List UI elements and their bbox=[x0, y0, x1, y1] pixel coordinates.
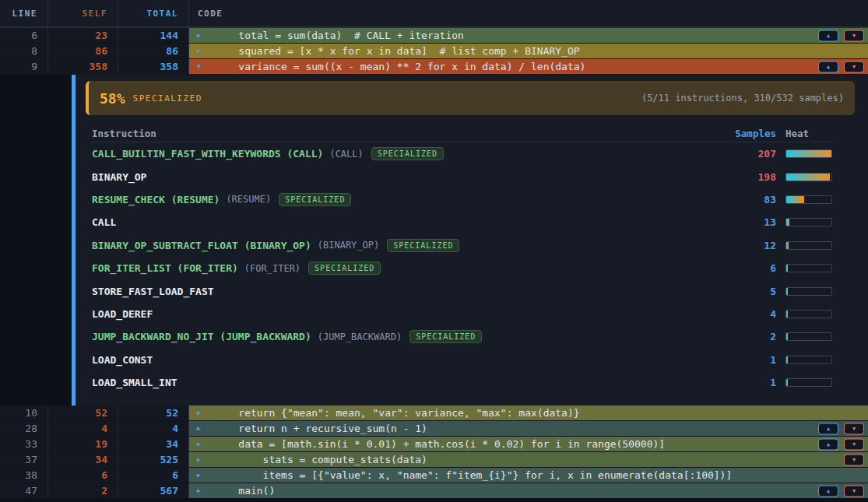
expand-arrow-icon[interactable]: ▶ bbox=[197, 456, 206, 463]
code-line-row[interactable]: 3734525▶ stats = compute_stats(data)▼ bbox=[0, 452, 868, 468]
heat-bar-fill bbox=[786, 196, 804, 203]
specialized-badge: SPECIALIZED bbox=[371, 147, 444, 160]
instruction-table-header: Instruction Samples Heat bbox=[92, 125, 832, 142]
instruction-samples: 6 bbox=[722, 262, 776, 274]
self-samples: 34 bbox=[48, 452, 118, 467]
specialized-label: SPECIALIZED bbox=[133, 93, 202, 104]
code-line-row[interactable]: 105252▶ return {"mean": mean, "var": var… bbox=[0, 405, 868, 421]
heat-bar-fill bbox=[786, 356, 788, 363]
code-line-row[interactable]: 331934▶ data = [math.sin(i * 0.01) + mat… bbox=[0, 437, 868, 452]
move-down-button[interactable]: ▼ bbox=[844, 61, 864, 72]
expand-arrow-icon[interactable]: ▶ bbox=[197, 472, 206, 479]
expand-arrow-icon[interactable]: ▶ bbox=[197, 47, 206, 54]
move-down-button[interactable]: ▼ bbox=[844, 438, 864, 450]
total-samples: 34 bbox=[118, 437, 189, 451]
self-samples: 358 bbox=[48, 59, 118, 74]
instruction-name: LOAD_SMALL_INT bbox=[92, 377, 177, 388]
heat-cell bbox=[776, 287, 832, 296]
code-line-row[interactable]: 3866▶ items = [{"value": x, "name": f"it… bbox=[0, 468, 868, 483]
code-rows-bottom: 105252▶ return {"mean": mean, "var": var… bbox=[0, 405, 868, 499]
line-number: 37 bbox=[0, 452, 48, 467]
code-cell[interactable]: ▶ return n + recursive_sum(n - 1)▲▼ bbox=[189, 421, 868, 436]
column-header-line: LINE bbox=[0, 0, 48, 26]
code-cell[interactable]: ▶ data = [math.sin(i * 0.01) + math.cos(… bbox=[189, 437, 868, 451]
code-cell[interactable]: ▶ items = [{"value": x, "name": f"item_{… bbox=[189, 468, 868, 483]
collapse-arrow-icon[interactable]: ▼ bbox=[197, 63, 206, 70]
instruction-name: STORE_FAST_LOAD_FAST bbox=[92, 286, 214, 297]
move-up-button[interactable]: ▲ bbox=[818, 438, 838, 450]
heat-bar-fill bbox=[786, 288, 788, 295]
expand-arrow-icon[interactable]: ▶ bbox=[197, 32, 206, 39]
line-number: 33 bbox=[0, 437, 48, 451]
move-down-button[interactable]: ▼ bbox=[844, 454, 864, 465]
expand-arrow-icon[interactable]: ▶ bbox=[197, 487, 206, 494]
instruction-samples: 4 bbox=[722, 308, 776, 320]
heat-bar bbox=[785, 241, 832, 250]
move-up-button[interactable]: ▲ bbox=[818, 61, 838, 72]
heat-cell bbox=[776, 264, 832, 272]
heat-cell bbox=[776, 218, 832, 226]
total-samples: 86 bbox=[118, 44, 189, 58]
code-line-row[interactable]: 88686▶ squared = [x * x for x in data] #… bbox=[0, 44, 868, 59]
instruction-row: FOR_ITER_LIST (FOR_ITER)(FOR_ITER)SPECIA… bbox=[92, 257, 832, 279]
code-text: items = [{"value": x, "name": f"item_{i}… bbox=[214, 469, 732, 481]
total-samples: 52 bbox=[118, 405, 189, 420]
row-reorder-buttons: ▲▼ bbox=[818, 61, 864, 72]
move-down-button[interactable]: ▼ bbox=[844, 30, 864, 41]
code-cell[interactable]: ▶ total = sum(data) # CALL + iteration▲▼ bbox=[189, 28, 868, 43]
specialized-badge: SPECIALIZED bbox=[308, 262, 381, 275]
total-samples: 525 bbox=[118, 452, 189, 467]
heat-cell bbox=[776, 241, 832, 250]
heat-cell bbox=[776, 195, 832, 204]
code-rows-top: 623144▶ total = sum(data) # CALL + itera… bbox=[0, 28, 868, 75]
heat-bar bbox=[785, 356, 832, 364]
heat-bar bbox=[785, 378, 832, 387]
instruction-family: (BINARY_OP) bbox=[318, 240, 379, 251]
move-down-button[interactable]: ▼ bbox=[844, 485, 864, 497]
column-header-code: CODE bbox=[189, 0, 868, 26]
heat-bar-fill bbox=[786, 333, 788, 340]
column-header-self: SELF bbox=[48, 0, 118, 26]
instruction-samples: 5 bbox=[722, 286, 776, 297]
move-down-button[interactable]: ▼ bbox=[844, 423, 864, 434]
instruction-rows: CALL_BUILTIN_FAST_WITH_KEYWORDS (CALL)(C… bbox=[92, 142, 832, 394]
heat-cell bbox=[776, 332, 832, 341]
column-header-instruction: Instruction bbox=[92, 128, 722, 139]
instruction-name-cell: BINARY_OP bbox=[92, 171, 722, 183]
instruction-row: CALL13 bbox=[92, 211, 832, 233]
column-header-heat: Heat bbox=[776, 128, 832, 139]
heat-cell bbox=[776, 356, 832, 364]
code-cell[interactable]: ▶ stats = compute_stats(data)▼ bbox=[189, 452, 868, 467]
code-cell[interactable]: ▶ main()▲▼ bbox=[189, 483, 868, 498]
expand-arrow-icon[interactable]: ▶ bbox=[197, 425, 206, 432]
instruction-samples: 2 bbox=[722, 331, 776, 342]
instruction-name: LOAD_DEREF bbox=[92, 308, 153, 320]
instruction-name: BINARY_OP bbox=[92, 171, 146, 183]
code-cell[interactable]: ▼ variance = sum((x - mean) ** 2 for x i… bbox=[189, 59, 868, 74]
move-up-button[interactable]: ▲ bbox=[818, 423, 838, 434]
expand-arrow-icon[interactable]: ▶ bbox=[197, 441, 206, 448]
table-header: LINE SELF TOTAL CODE bbox=[0, 0, 868, 28]
move-up-button[interactable]: ▲ bbox=[818, 485, 838, 497]
code-line-row[interactable]: 623144▶ total = sum(data) # CALL + itera… bbox=[0, 28, 868, 44]
instruction-samples: 1 bbox=[722, 377, 776, 388]
heat-bar-fill bbox=[786, 242, 789, 249]
heat-cell bbox=[776, 310, 832, 318]
instruction-row: LOAD_DEREF4 bbox=[92, 303, 832, 325]
code-cell[interactable]: ▶ squared = [x * x for x in data] # list… bbox=[189, 44, 868, 58]
expand-arrow-icon[interactable]: ▶ bbox=[197, 409, 206, 416]
code-line-row[interactable]: 2844▶ return n + recursive_sum(n - 1)▲▼ bbox=[0, 421, 868, 437]
code-line-row[interactable]: 9358358▼ variance = sum((x - mean) ** 2 … bbox=[0, 59, 868, 75]
specialized-detail: (5/11 instructions, 310/532 samples) bbox=[641, 93, 844, 104]
heat-bar-fill bbox=[786, 311, 788, 318]
instruction-name-cell: BINARY_OP_SUBTRACT_FLOAT (BINARY_OP)(BIN… bbox=[92, 239, 722, 252]
code-cell[interactable]: ▶ return {"mean": mean, "var": variance,… bbox=[189, 405, 868, 420]
instruction-family: (RESUME) bbox=[226, 194, 271, 205]
move-up-button[interactable]: ▲ bbox=[818, 30, 838, 41]
specialized-percent: 58% bbox=[100, 90, 125, 107]
heat-bar bbox=[785, 195, 832, 204]
instruction-name-cell: LOAD_SMALL_INT bbox=[92, 377, 722, 388]
heat-bar-fill bbox=[786, 379, 788, 386]
code-line-row[interactable]: 472567▶ main()▲▼ bbox=[0, 483, 868, 499]
heat-bar bbox=[785, 310, 832, 318]
